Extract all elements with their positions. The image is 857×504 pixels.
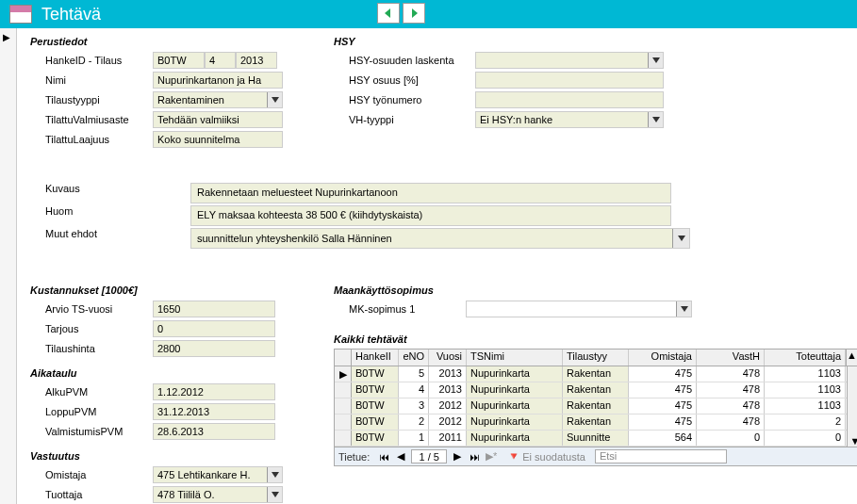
section-hsy: HSY — [334, 36, 857, 47]
record-position-input[interactable] — [411, 449, 447, 463]
tuottaja-select[interactable]: 478 Tiililä O. — [153, 486, 283, 503]
nimi-input[interactable] — [153, 72, 283, 89]
cell-omistaja[interactable]: 475 — [629, 366, 697, 382]
record-selector-bar[interactable]: ▶ — [0, 28, 17, 504]
cell-toteuttaja[interactable]: 0 — [765, 431, 846, 446]
table-row[interactable]: ▶ B0TW 5 2013 Nupurinkarta Rakentan 475 … — [335, 366, 847, 382]
table-row[interactable]: B0TW 4 2013 Nupurinkarta Rakentan 475 47… — [335, 382, 847, 398]
tasks-table: HankeII eNO Vuosi TSNimi Tilaustyy Omist… — [334, 349, 857, 466]
omistaja-select[interactable]: 475 Lehtikankare H. — [153, 466, 283, 483]
cell-eno[interactable]: 1 — [399, 431, 429, 446]
th-eno[interactable]: eNO — [399, 350, 429, 366]
label-alku: AlkuPVM — [30, 386, 153, 398]
th-tyyppi[interactable]: Tilaustyy — [563, 350, 629, 366]
cell-tyyppi[interactable]: Rakentan — [563, 398, 629, 414]
tarjous-input[interactable] — [153, 320, 275, 337]
cell-eno[interactable]: 3 — [399, 398, 429, 414]
next-record-button[interactable]: ▶ — [451, 450, 464, 463]
hsy-tyonro-input[interactable] — [475, 91, 664, 108]
cell-omistaja[interactable]: 475 — [629, 415, 697, 430]
th-vuosi[interactable]: Vuosi — [429, 350, 467, 366]
cell-eno[interactable]: 2 — [399, 415, 429, 430]
app-icon — [9, 5, 32, 24]
alku-input[interactable] — [153, 383, 275, 400]
cell-tyyppi[interactable]: Rakentan — [563, 415, 629, 430]
label-tuottaja: Tuottaja — [30, 489, 153, 500]
last-record-button[interactable]: ⏭ — [468, 450, 481, 463]
cell-toteuttaja[interactable]: 1103 — [765, 366, 846, 382]
next-record-button[interactable] — [403, 3, 425, 24]
eno-input[interactable] — [205, 52, 236, 69]
hsy-osuus-input[interactable] — [475, 72, 664, 89]
row-selector[interactable]: ▶ — [335, 366, 352, 382]
tilaushinta-input[interactable] — [153, 340, 275, 357]
cell-vasth[interactable]: 0 — [697, 431, 765, 446]
th-hankeid[interactable]: HankeII — [352, 350, 399, 366]
scroll-up-button[interactable]: ▲ — [846, 350, 857, 366]
label-vh-tyyppi: VH-tyyppi — [334, 114, 475, 125]
cell-tyyppi[interactable]: Rakentan — [563, 366, 629, 382]
cell-hankeid[interactable]: B0TW — [352, 366, 399, 382]
cell-vuosi[interactable]: 2013 — [429, 366, 467, 382]
huom-textbox[interactable]: ELY maksaa kohteesta 38 500 € (kiihdytys… — [190, 205, 671, 226]
search-input[interactable]: Etsi — [595, 449, 727, 463]
cell-nimi[interactable]: Nupurinkarta — [467, 382, 563, 398]
laajuus-input[interactable] — [153, 131, 283, 148]
cell-toteuttaja[interactable]: 1103 — [765, 382, 846, 398]
tilaustyyppi-select[interactable]: Rakentaminen — [153, 91, 283, 108]
cell-omistaja[interactable]: 475 — [629, 382, 697, 398]
prev-record-button[interactable] — [377, 3, 400, 24]
vh-tyyppi-select[interactable]: Ei HSY:n hanke — [475, 111, 664, 128]
cell-toteuttaja[interactable]: 1103 — [765, 398, 846, 414]
cell-vuosi[interactable]: 2013 — [429, 382, 467, 398]
cell-toteuttaja[interactable]: 2 — [765, 415, 846, 430]
label-kuvaus: Kuvaus — [30, 183, 190, 194]
valmiusaste-input[interactable] — [153, 111, 283, 128]
cell-hankeid[interactable]: B0TW — [352, 431, 399, 446]
cell-vasth[interactable]: 478 — [697, 415, 765, 430]
cell-tyyppi[interactable]: Suunnitte — [563, 431, 629, 446]
th-tsnimi[interactable]: TSNimi — [467, 350, 563, 366]
cell-nimi[interactable]: Nupurinkarta — [467, 398, 563, 414]
row-selector[interactable] — [335, 431, 352, 446]
table-row[interactable]: B0TW 2 2012 Nupurinkarta Rakentan 475 47… — [335, 415, 847, 431]
mk1-select[interactable] — [466, 301, 692, 317]
th-omistaja[interactable]: Omistaja — [629, 350, 697, 366]
th-toteuttaja[interactable]: Toteuttaja — [765, 350, 846, 366]
vertical-scrollbar[interactable]: ▼ — [847, 366, 857, 447]
cell-nimi[interactable]: Nupurinkarta — [467, 366, 563, 382]
cell-tyyppi[interactable]: Rakentan — [563, 382, 629, 398]
cell-eno[interactable]: 5 — [399, 366, 429, 382]
valmis-input[interactable] — [153, 423, 275, 440]
th-vasth[interactable]: VastH — [697, 350, 765, 366]
arvio-input[interactable] — [153, 301, 275, 317]
muut-select[interactable]: suunnittelun yhteyshenkilö Salla Hännine… — [190, 228, 690, 249]
cell-nimi[interactable]: Nupurinkarta — [467, 415, 563, 430]
cell-hankeid[interactable]: B0TW — [352, 382, 399, 398]
cell-omistaja[interactable]: 564 — [629, 431, 697, 446]
row-selector[interactable] — [335, 415, 352, 430]
cell-vuosi[interactable]: 2012 — [429, 415, 467, 430]
row-selector[interactable] — [335, 382, 352, 398]
prev-record-button[interactable]: ◀ — [394, 450, 407, 463]
hankeid-input[interactable] — [153, 52, 205, 69]
cell-vasth[interactable]: 478 — [697, 366, 765, 382]
cell-hankeid[interactable]: B0TW — [352, 415, 399, 430]
table-row[interactable]: B0TW 3 2012 Nupurinkarta Rakentan 475 47… — [335, 398, 847, 415]
table-row[interactable]: B0TW 1 2011 Nupurinkarta Suunnitte 564 0… — [335, 431, 847, 447]
hsy-laskenta-select[interactable] — [475, 52, 664, 69]
cell-vasth[interactable]: 478 — [697, 398, 765, 414]
cell-nimi[interactable]: Nupurinkarta — [467, 431, 563, 446]
cell-hankeid[interactable]: B0TW — [352, 398, 399, 414]
new-record-button[interactable]: ▶* — [485, 450, 498, 463]
cell-omistaja[interactable]: 475 — [629, 398, 697, 414]
first-record-button[interactable]: ⏮ — [377, 450, 390, 463]
kuvaus-textbox[interactable]: Rakennetaan meluesteet Nupurinkartanoon — [190, 183, 671, 203]
row-selector[interactable] — [335, 398, 352, 414]
cell-vuosi[interactable]: 2011 — [429, 431, 467, 446]
vuosi-input[interactable] — [236, 52, 277, 69]
cell-vuosi[interactable]: 2012 — [429, 398, 467, 414]
loppu-input[interactable] — [153, 403, 275, 420]
cell-vasth[interactable]: 478 — [697, 382, 765, 398]
cell-eno[interactable]: 4 — [399, 382, 429, 398]
